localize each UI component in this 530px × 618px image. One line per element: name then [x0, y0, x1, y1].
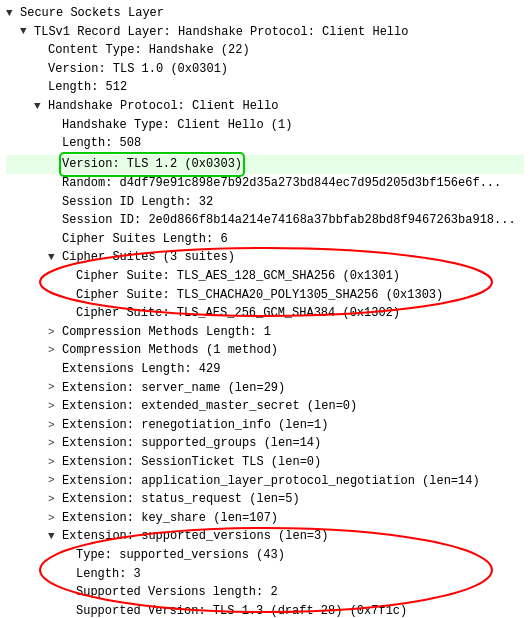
supported-versions-header-label: Extension: supported_versions (len=3): [62, 527, 328, 546]
row-label: Extension: key_share (len=107): [62, 509, 278, 528]
toggle-icon[interactable]: >: [48, 491, 62, 508]
row-label: Extensions Length: 429: [62, 360, 220, 379]
toggle-icon[interactable]: ▼: [34, 98, 48, 115]
tree-row: Length: 508: [6, 134, 524, 153]
tree-row[interactable]: > Compression Methods (1 method): [6, 341, 524, 360]
supported-versions-type-row: Type: supported_versions (43): [6, 546, 524, 565]
cipher-suite-row-1: Cipher Suite: TLS_AES_128_GCM_SHA256 (0x…: [6, 267, 524, 286]
row-label: Extension: supported_groups (len=14): [62, 434, 321, 453]
version-tls12-row[interactable]: Version: TLS 1.2 (0x0303): [6, 155, 524, 174]
supported-versions-header-row[interactable]: ▼ Extension: supported_versions (len=3): [6, 527, 524, 546]
cipher-suite-label-3: Cipher Suite: TLS_AES_256_GCM_SHA384 (0x…: [76, 304, 400, 323]
toggle-icon[interactable]: >: [48, 454, 62, 471]
supported-versions-length2-row: Supported Versions length: 2: [6, 583, 524, 602]
toggle-icon[interactable]: >: [48, 510, 62, 527]
tree-row[interactable]: > Extension: extended_master_secret (len…: [6, 397, 524, 416]
supported-versions-type-label: Type: supported_versions (43): [76, 546, 285, 565]
tree-row[interactable]: > Extension: application_layer_protocol_…: [6, 472, 524, 491]
cipher-suites-section: ▼ Cipher Suites (3 suites) Cipher Suite:…: [6, 248, 524, 322]
tree-row[interactable]: ▼ Secure Sockets Layer: [6, 4, 524, 23]
row-label: Extension: SessionTicket TLS (len=0): [62, 453, 321, 472]
tree-row[interactable]: ▼ TLSv1 Record Layer: Handshake Protocol…: [6, 23, 524, 42]
toggle-icon[interactable]: >: [48, 435, 62, 452]
toggle-icon[interactable]: >: [48, 342, 62, 359]
toggle-icon[interactable]: ▼: [48, 528, 62, 545]
cipher-suite-row-2: Cipher Suite: TLS_CHACHA20_POLY1305_SHA2…: [6, 286, 524, 305]
row-label: Content Type: Handshake (22): [48, 41, 250, 60]
cipher-suites-header-row[interactable]: ▼ Cipher Suites (3 suites): [6, 248, 524, 267]
row-label: Length: 508: [62, 134, 141, 153]
toggle-icon[interactable]: >: [48, 379, 62, 396]
toggle-icon[interactable]: >: [48, 324, 62, 341]
supported-versions-length-row: Length: 3: [6, 565, 524, 584]
row-label: Cipher Suites Length: 6: [62, 230, 228, 249]
tree-row: Random: d4df79e91c898e7b92d35a273bd844ec…: [6, 174, 524, 193]
tree-row: Extensions Length: 429: [6, 360, 524, 379]
row-label: Handshake Protocol: Client Hello: [48, 97, 278, 116]
tree-row[interactable]: ▼ Handshake Protocol: Client Hello: [6, 97, 524, 116]
row-label: Extension: status_request (len=5): [62, 490, 300, 509]
tree-container: ▼ Secure Sockets Layer ▼ TLSv1 Record La…: [0, 0, 530, 618]
row-label: Secure Sockets Layer: [20, 4, 164, 23]
row-label: Version: TLS 1.0 (0x0301): [48, 60, 228, 79]
supported-versions-length-label: Length: 3: [76, 565, 141, 584]
cipher-suite-label-2: Cipher Suite: TLS_CHACHA20_POLY1305_SHA2…: [76, 286, 443, 305]
tree-row: Session ID: 2e0d866f8b14a214e74168a37bbf…: [6, 211, 524, 230]
tree-row[interactable]: > Extension: renegotiation_info (len=1): [6, 416, 524, 435]
row-label: Extension: application_layer_protocol_ne…: [62, 472, 480, 491]
tree-row[interactable]: > Extension: key_share (len=107): [6, 509, 524, 528]
row-label: Session ID Length: 32: [62, 193, 213, 212]
toggle-icon[interactable]: ▼: [6, 5, 20, 22]
row-label: Extension: extended_master_secret (len=0…: [62, 397, 357, 416]
toggle-icon[interactable]: ▼: [48, 249, 62, 266]
supported-versions-length2-label: Supported Versions length: 2: [76, 583, 278, 602]
row-label: Length: 512: [48, 78, 127, 97]
row-label: Random: d4df79e91c898e7b92d35a273bd844ec…: [62, 174, 501, 193]
toggle-icon[interactable]: ▼: [20, 23, 34, 40]
row-label: Extension: server_name (len=29): [62, 379, 285, 398]
row-label: Handshake Type: Client Hello (1): [62, 116, 292, 135]
tree-row[interactable]: > Extension: server_name (len=29): [6, 379, 524, 398]
toggle-icon[interactable]: >: [48, 472, 62, 489]
row-label: TLSv1 Record Layer: Handshake Protocol: …: [34, 23, 408, 42]
cipher-suite-row-3: Cipher Suite: TLS_AES_256_GCM_SHA384 (0x…: [6, 304, 524, 323]
tree-row[interactable]: > Extension: status_request (len=5): [6, 490, 524, 509]
supported-version-tls13-label: Supported Version: TLS 1.3 (draft 28) (0…: [76, 602, 407, 618]
toggle-icon[interactable]: >: [48, 398, 62, 415]
tree-row: Version: TLS 1.0 (0x0301): [6, 60, 524, 79]
version-tls12-label: Version: TLS 1.2 (0x0303): [62, 155, 242, 174]
tree-row: Cipher Suites Length: 6: [6, 230, 524, 249]
cipher-suites-header-label: Cipher Suites (3 suites): [62, 248, 235, 267]
cipher-suite-label-1: Cipher Suite: TLS_AES_128_GCM_SHA256 (0x…: [76, 267, 400, 286]
tree-row: Handshake Type: Client Hello (1): [6, 116, 524, 135]
row-label: Compression Methods (1 method): [62, 341, 278, 360]
supported-versions-section: ▼ Extension: supported_versions (len=3) …: [6, 527, 524, 618]
tree-row: Session ID Length: 32: [6, 193, 524, 212]
tree-row[interactable]: > Extension: supported_groups (len=14): [6, 434, 524, 453]
row-label: Session ID: 2e0d866f8b14a214e74168a37bbf…: [62, 211, 516, 230]
toggle-icon[interactable]: >: [48, 417, 62, 434]
tree-row: Length: 512: [6, 78, 524, 97]
tree-row[interactable]: > Extension: SessionTicket TLS (len=0): [6, 453, 524, 472]
row-label: Compression Methods Length: 1: [62, 323, 271, 342]
supported-version-tls13-row: Supported Version: TLS 1.3 (draft 28) (0…: [6, 602, 524, 618]
row-label: Extension: renegotiation_info (len=1): [62, 416, 328, 435]
tree-row[interactable]: > Compression Methods Length: 1: [6, 323, 524, 342]
tree-row: Content Type: Handshake (22): [6, 41, 524, 60]
